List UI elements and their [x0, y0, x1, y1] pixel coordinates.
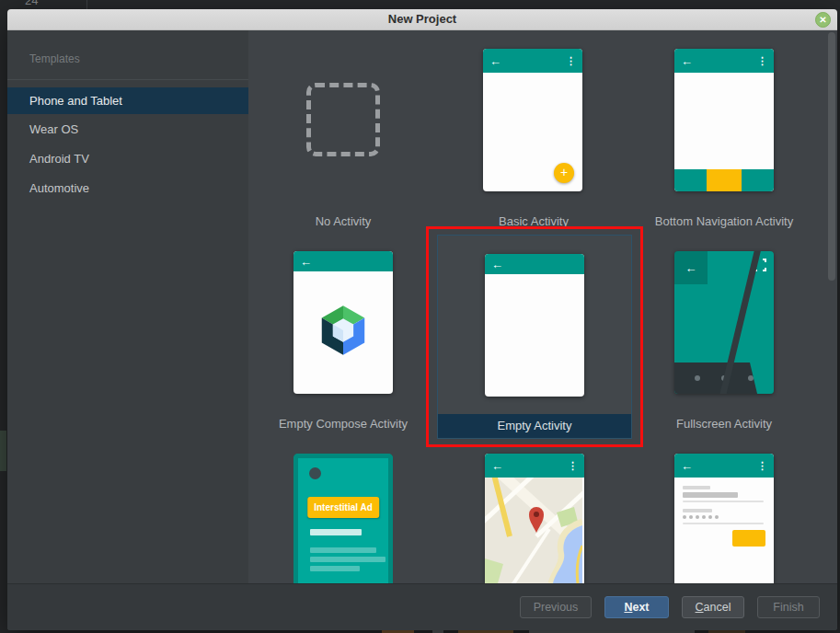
- templates-sidebar: Templates Phone and Tablet Wear OS Andro…: [7, 30, 248, 583]
- overflow-menu-icon: ⋮: [757, 56, 767, 66]
- cancel-button[interactable]: Cancel: [682, 596, 744, 618]
- back-arrow-icon: ←: [681, 55, 693, 67]
- overflow-menu-icon: ⋮: [566, 56, 576, 66]
- dialog-title: New Project: [7, 9, 837, 29]
- back-arrow-icon: ←: [685, 262, 697, 274]
- template-label-bottom-navigation: Bottom Navigation Activity: [629, 214, 819, 228]
- back-arrow-icon: ←: [491, 259, 503, 270]
- dialog-footer: Previous Next Cancel Finish: [7, 583, 837, 630]
- template-label-no-activity: No Activity: [248, 214, 438, 228]
- template-grid: No Activity ← ⋮ + Basic Activity ← ⋮ Bot…: [248, 30, 837, 583]
- template-no-activity[interactable]: [306, 83, 380, 156]
- login-button-placeholder: [732, 530, 765, 547]
- new-project-dialog: New Project ✕ Templates Phone and Tablet…: [7, 9, 837, 630]
- fab-add-icon: +: [554, 163, 574, 183]
- close-button[interactable]: ✕: [815, 12, 831, 28]
- template-admob-ads-activity[interactable]: Interstitial Ad: [293, 454, 393, 583]
- finish-button[interactable]: Finish: [757, 596, 820, 618]
- bottom-nav-bar: [674, 169, 774, 191]
- sidebar-item-android-tv[interactable]: Android TV: [7, 145, 248, 173]
- sidebar-item-phone-and-tablet[interactable]: Phone and Tablet: [7, 87, 248, 114]
- interstitial-ad-banner: Interstitial Ad: [307, 497, 379, 518]
- template-empty-activity[interactable]: ← Empty Activity: [426, 226, 643, 447]
- back-arrow-icon: ←: [681, 460, 693, 472]
- editor-divider: [86, 0, 87, 9]
- template-label-fullscreen: Fullscreen Activity: [629, 417, 819, 431]
- back-arrow-icon: ←: [489, 55, 501, 67]
- tool-window-stripe: [0, 431, 6, 471]
- empty-activity-thumbnail: ←: [485, 254, 584, 397]
- template-label-empty-activity: Empty Activity: [438, 414, 631, 438]
- dialog-titlebar[interactable]: New Project ✕: [7, 9, 837, 30]
- map-thumbnail: [485, 478, 584, 583]
- sidebar-item-automotive[interactable]: Automotive: [7, 175, 248, 202]
- sidebar-divider: [7, 79, 248, 80]
- editor-line-number: 24: [25, 0, 38, 7]
- template-fullscreen-activity[interactable]: ←: [674, 251, 774, 394]
- template-label-empty-compose: Empty Compose Activity: [248, 417, 438, 431]
- template-google-maps-activity[interactable]: ← ⋮: [485, 454, 584, 583]
- sidebar-header: Templates: [7, 30, 248, 65]
- compose-logo-icon: [318, 304, 368, 362]
- template-empty-compose-activity[interactable]: ←: [293, 251, 393, 394]
- template-login-activity[interactable]: ← ⋮: [674, 454, 774, 583]
- previous-button[interactable]: Previous: [520, 596, 592, 618]
- back-arrow-icon: ←: [491, 460, 503, 472]
- status-dot: [309, 467, 321, 479]
- overflow-menu-icon: ⋮: [568, 461, 578, 471]
- back-arrow-icon: ←: [300, 256, 312, 268]
- close-icon: ✕: [819, 15, 826, 25]
- next-button[interactable]: Next: [604, 596, 669, 618]
- template-basic-activity[interactable]: ← ⋮ +: [483, 49, 582, 191]
- selected-card-panel: ← Empty Activity: [437, 235, 632, 439]
- template-bottom-navigation-activity[interactable]: ← ⋮: [674, 49, 774, 191]
- overflow-menu-icon: ⋮: [757, 461, 767, 471]
- vertical-scrollbar[interactable]: [828, 32, 835, 281]
- sidebar-item-wear-os[interactable]: Wear OS: [7, 116, 248, 144]
